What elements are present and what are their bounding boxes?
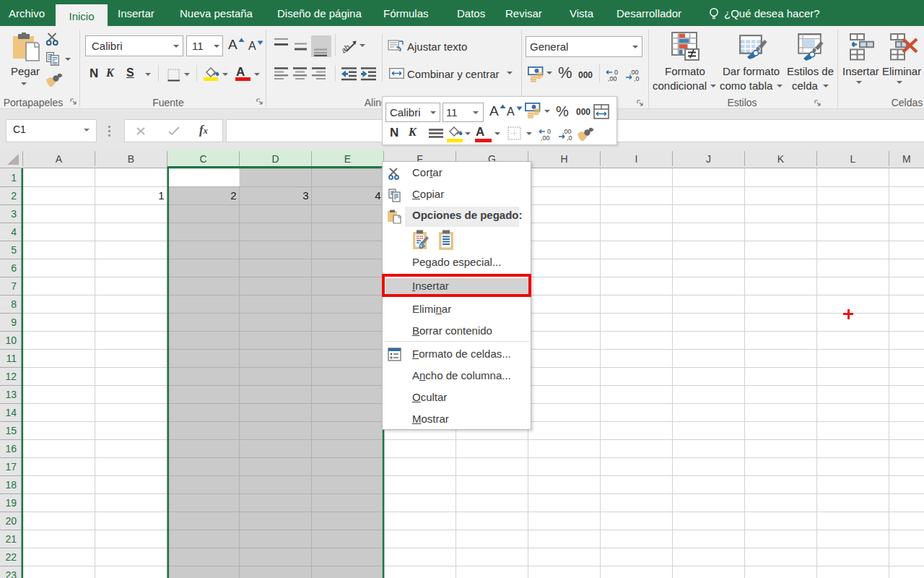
svg-text:B: B — [128, 153, 134, 165]
svg-text:23: 23 — [5, 569, 17, 578]
svg-text:10: 10 — [5, 335, 17, 346]
svg-text:5: 5 — [11, 244, 17, 256]
svg-text:21: 21 — [5, 533, 17, 545]
svg-text:1: 1 — [11, 172, 17, 184]
svg-text:11: 11 — [6, 353, 17, 364]
svg-text:15: 15 — [5, 425, 17, 436]
svg-text:E: E — [344, 153, 351, 165]
svg-text:,0: ,0 — [567, 134, 572, 141]
svg-text:I: I — [635, 153, 638, 165]
svg-text:16: 16 — [5, 443, 17, 454]
svg-text:14: 14 — [5, 407, 17, 418]
svg-text:8: 8 — [11, 298, 17, 310]
svg-text:D: D — [271, 153, 279, 165]
svg-text:2: 2 — [230, 189, 236, 202]
svg-text:,00: ,00 — [608, 75, 617, 82]
svg-text:12: 12 — [5, 371, 17, 382]
svg-text:H: H — [560, 153, 567, 165]
svg-text:3: 3 — [11, 208, 17, 220]
svg-text:19: 19 — [5, 497, 17, 509]
svg-text:20: 20 — [5, 515, 17, 527]
svg-text:4: 4 — [11, 226, 17, 238]
svg-text:4: 4 — [375, 189, 380, 202]
svg-text:9: 9 — [11, 316, 17, 328]
svg-text:2: 2 — [11, 190, 17, 202]
svg-text:M: M — [902, 153, 911, 165]
svg-text:J: J — [706, 153, 711, 165]
svg-text:17: 17 — [5, 461, 17, 473]
svg-text:C: C — [199, 153, 206, 165]
svg-text:A: A — [56, 153, 63, 165]
svg-text:7: 7 — [11, 280, 17, 292]
svg-text:6: 6 — [11, 262, 17, 274]
svg-text:13: 13 — [5, 389, 17, 400]
svg-text:,00: ,00 — [541, 134, 550, 141]
svg-text:22: 22 — [5, 551, 17, 563]
svg-text:18: 18 — [5, 479, 17, 491]
svg-text:,0: ,0 — [634, 75, 640, 82]
svg-text:K: K — [777, 153, 785, 165]
svg-text:1: 1 — [158, 189, 164, 202]
svg-text:L: L — [850, 153, 856, 165]
svg-text:3: 3 — [302, 189, 308, 202]
